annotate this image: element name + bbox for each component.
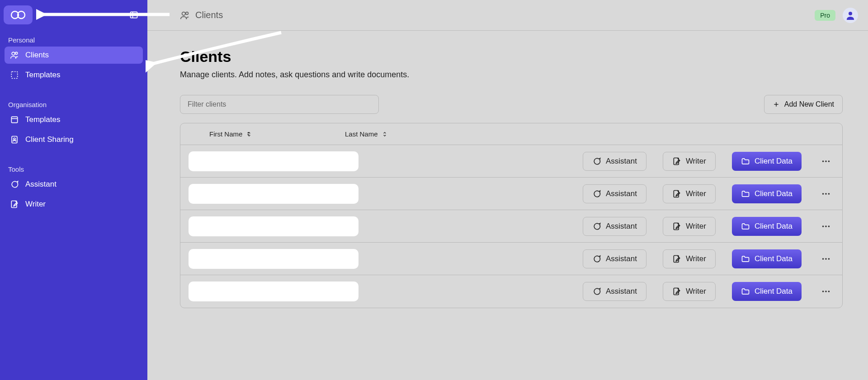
section-label: Personal [4,33,144,47]
page-subtitle: Manage clients. Add notes, ask questions… [180,70,843,80]
button-label: Client Data [755,189,793,198]
client-data-button[interactable]: Client Data [732,282,802,301]
button-label: Assistant [606,189,637,198]
row-more-button[interactable] [818,186,834,202]
writer-icon [10,200,19,209]
svg-point-34 [822,291,824,292]
svg-point-24 [828,193,830,195]
row-more-button[interactable] [818,283,834,300]
filter-clients-input[interactable] [180,95,379,114]
sidebar-item-templates-org[interactable]: Templates [5,111,143,128]
button-label: Assistant [606,222,637,231]
more-horizontal-icon [821,286,831,296]
name-cell [189,151,583,171]
sidebar-item-label: Client Sharing [25,135,74,144]
sidebar-item-assistant[interactable]: Assistant [5,176,143,193]
table-row: Assistant Writer Client Data [180,275,842,308]
svg-point-31 [825,258,827,260]
writer-icon [672,222,681,231]
panel-left-icon [129,10,138,19]
svg-rect-6 [11,72,17,79]
client-data-button[interactable]: Client Data [732,249,802,268]
add-button-label: Add New Client [784,100,834,108]
button-label: Writer [686,222,706,231]
user-icon [845,10,856,21]
template-icon [10,70,19,80]
table-row: Assistant Writer Client Data [180,145,842,178]
button-label: Client Data [755,157,793,166]
svg-point-20 [828,160,830,162]
sort-icon [382,131,388,137]
sidebar-top [4,4,144,33]
svg-point-19 [825,160,827,162]
writer-icon [672,157,681,166]
assistant-button[interactable]: Assistant [583,282,646,301]
row-actions: Assistant Writer Client Data [583,152,834,171]
writer-button[interactable]: Writer [663,184,716,203]
client-data-button[interactable]: Client Data [732,184,802,203]
sidebar-item-clients[interactable]: Clients [5,47,143,64]
folder-icon [741,222,750,231]
writer-icon [672,189,681,198]
row-actions: Assistant Writer Client Data [583,282,834,301]
assistant-button[interactable]: Assistant [583,184,646,203]
sidebar-collapse-button[interactable] [127,8,141,22]
assistant-button[interactable]: Assistant [583,217,646,236]
name-cell [189,281,583,301]
folder-icon [741,254,750,263]
nav-section-tools: Tools Assistant Writer [4,162,144,213]
more-horizontal-icon [821,221,831,231]
section-label: Organisation [4,97,144,111]
client-name-placeholder [189,281,359,301]
svg-point-26 [822,225,824,227]
name-cell [189,216,583,236]
button-label: Writer [686,254,706,263]
chat-icon [592,222,601,231]
svg-rect-2 [131,12,137,18]
sidebar-item-templates-personal[interactable]: Templates [5,66,143,84]
client-data-button[interactable]: Client Data [732,152,802,171]
name-cell [189,184,583,204]
button-label: Client Data [755,254,793,263]
writer-button[interactable]: Writer [663,217,716,236]
column-header-first-name[interactable]: First Name [209,130,345,138]
app-logo[interactable] [4,5,33,24]
sidebar-item-label: Templates [25,70,60,80]
add-new-client-button[interactable]: Add New Client [764,95,843,114]
svg-point-4 [12,52,15,55]
client-name-placeholder [189,151,359,171]
svg-point-30 [822,258,824,260]
sidebar-item-client-sharing[interactable]: Client Sharing [5,131,143,148]
row-actions: Assistant Writer Client Data [583,217,834,236]
user-avatar[interactable] [843,8,858,23]
sidebar-item-label: Assistant [25,180,57,189]
more-horizontal-icon [821,254,831,264]
assistant-button[interactable]: Assistant [583,249,646,268]
more-horizontal-icon [821,189,831,199]
row-more-button[interactable] [818,218,834,235]
sidebar-item-writer[interactable]: Writer [5,196,143,213]
column-header-last-name[interactable]: Last Name [345,130,388,138]
client-name-placeholder [189,184,359,204]
sidebar-item-label: Writer [25,200,46,209]
topbar-title: Clients [195,10,223,20]
table-row: Assistant Writer Client Data [180,178,842,210]
folder-icon [741,189,750,198]
nav-section-personal: Personal Clients Templates [4,33,144,84]
row-more-button[interactable] [818,153,834,169]
row-more-button[interactable] [818,251,834,267]
logo-icon [10,10,26,20]
button-label: Writer [686,189,706,198]
client-name-placeholder [189,216,359,236]
writer-button[interactable]: Writer [663,249,716,268]
button-label: Writer [686,157,706,166]
svg-point-36 [828,291,830,292]
chat-icon [592,157,601,166]
assistant-button[interactable]: Assistant [583,152,646,171]
chat-icon [592,189,601,198]
breadcrumb: Clients [180,10,223,20]
client-data-button[interactable]: Client Data [732,217,802,236]
chat-icon [10,180,19,189]
writer-button[interactable]: Writer [663,152,716,171]
writer-button[interactable]: Writer [663,282,716,301]
